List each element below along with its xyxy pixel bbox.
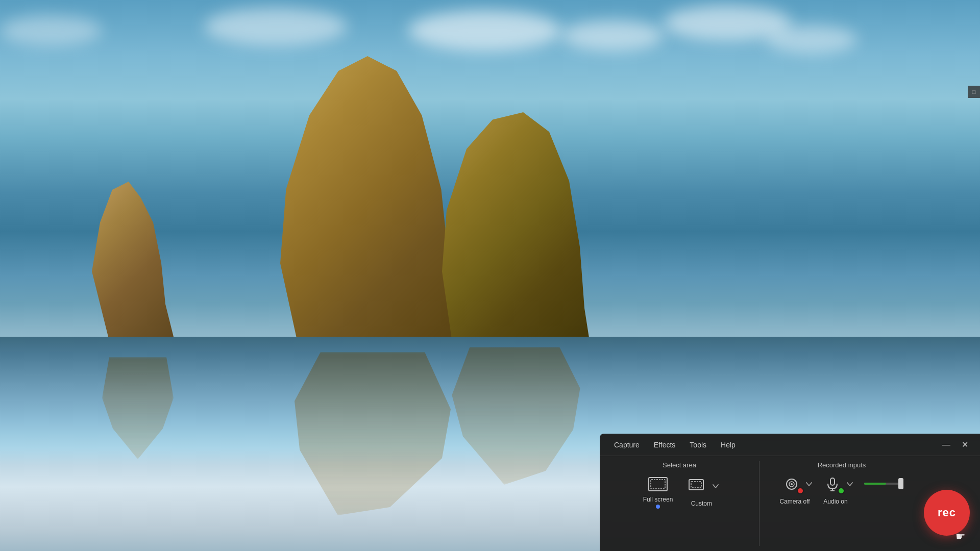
window-controls: — ✕ (939, 438, 972, 452)
camera-label: Camera off (779, 498, 810, 505)
recorded-inputs-title: Recorded inputs (773, 461, 911, 469)
camera-button[interactable] (776, 473, 807, 495)
menu-capture[interactable]: Capture (608, 438, 646, 452)
audio-label: Audio on (823, 498, 847, 505)
minimize-button[interactable]: — (939, 438, 953, 452)
reflection-3 (449, 347, 587, 485)
menu-bar: Capture Effects Tools Help — ✕ (600, 434, 980, 456)
cloud-5 (0, 15, 102, 46)
volume-track (864, 483, 901, 485)
recorded-inputs-section: Recorded inputs (768, 461, 916, 546)
camera-button-row (776, 473, 813, 495)
fullscreen-indicator (656, 505, 660, 509)
record-button[interactable]: rec (924, 490, 970, 536)
inputs-row: Camera off (776, 473, 907, 505)
audio-button-row (817, 473, 854, 495)
custom-icon (687, 477, 709, 495)
toolbar-panel: Capture Effects Tools Help — ✕ Select ar… (600, 434, 980, 551)
rec-button-label: rec (938, 506, 956, 519)
audio-icon-container (821, 475, 844, 493)
volume-control: vol (858, 473, 907, 503)
camera-dropdown-arrow[interactable] (805, 475, 813, 493)
audio-badge-green (838, 487, 845, 494)
svg-rect-3 (691, 482, 701, 488)
custom-label: Custom (691, 500, 712, 507)
custom-dropdown-arrow[interactable] (712, 477, 720, 495)
section-divider-1 (759, 461, 760, 546)
custom-button-container: Custom (681, 473, 722, 509)
volume-thumb[interactable] (898, 478, 903, 489)
svg-point-6 (791, 483, 793, 485)
camera-badge-red (797, 487, 804, 494)
menu-effects[interactable]: Effects (648, 438, 682, 452)
volume-slider-wrapper[interactable] (862, 475, 903, 492)
volume-fill (864, 483, 886, 485)
toolbar-content: Select area Full screen (600, 456, 980, 551)
fullscreen-icon (647, 475, 669, 493)
reflection-1 (102, 357, 174, 459)
menu-tools[interactable]: Tools (683, 438, 713, 452)
camera-control: Camera off (776, 473, 813, 505)
close-button[interactable]: ✕ (958, 438, 972, 452)
corner-icon-symbol: □ (972, 89, 976, 95)
select-area-buttons: Full screen (637, 473, 722, 511)
fullscreen-button[interactable]: Full screen (637, 473, 679, 511)
rock-left (92, 173, 174, 337)
audio-button[interactable] (817, 473, 848, 495)
select-area-title: Select area (613, 461, 746, 469)
svg-rect-7 (830, 478, 835, 485)
select-area-section: Select area Full screen (608, 461, 751, 546)
fullscreen-label: Full screen (643, 496, 673, 503)
menu-help[interactable]: Help (715, 438, 742, 452)
cloud-2 (561, 20, 664, 51)
camera-icon-container (780, 475, 803, 493)
custom-button-row (683, 475, 720, 497)
audio-dropdown-arrow[interactable] (846, 475, 854, 493)
reflection-2 (286, 352, 459, 515)
cloud-1 (408, 10, 561, 51)
custom-button[interactable] (683, 475, 714, 497)
corner-icon: □ (968, 86, 980, 98)
cloud-6 (204, 8, 347, 46)
audio-control: Audio on (817, 473, 854, 505)
cloud-4 (766, 26, 857, 54)
svg-rect-1 (651, 480, 665, 489)
